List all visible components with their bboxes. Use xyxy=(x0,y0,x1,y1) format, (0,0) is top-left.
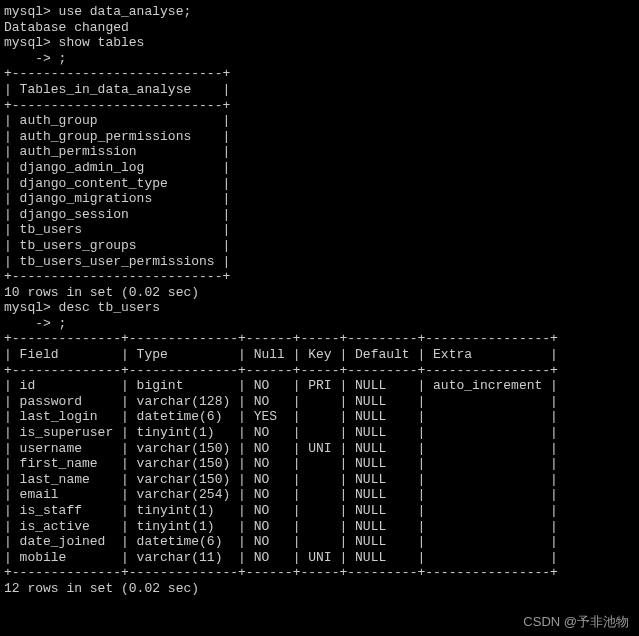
tables-border: +---------------------------+ xyxy=(4,98,635,114)
cmd-show-tables: mysql> show tables xyxy=(4,35,635,51)
desc-row: | username | varchar(150) | NO | UNI | N… xyxy=(4,441,635,457)
tables-header: | Tables_in_data_analyse | xyxy=(4,82,635,98)
desc-header: | Field | Type | Null | Key | Default | … xyxy=(4,347,635,363)
desc-row: | is_staff | tinyint(1) | NO | | NULL | … xyxy=(4,503,635,519)
tables-row: | auth_group | xyxy=(4,113,635,129)
desc-row: | is_active | tinyint(1) | NO | | NULL |… xyxy=(4,519,635,535)
cmd-desc: mysql> desc tb_users xyxy=(4,300,635,316)
mysql-terminal[interactable]: mysql> use data_analyse;Database changed… xyxy=(4,4,635,597)
tables-row: | django_migrations | xyxy=(4,191,635,207)
tables-row: | auth_group_permissions | xyxy=(4,129,635,145)
desc-row: | last_name | varchar(150) | NO | | NULL… xyxy=(4,472,635,488)
tables-row: | django_admin_log | xyxy=(4,160,635,176)
desc-row: | is_superuser | tinyint(1) | NO | | NUL… xyxy=(4,425,635,441)
tables-border: +---------------------------+ xyxy=(4,66,635,82)
tables-border: +---------------------------+ xyxy=(4,269,635,285)
desc-border: +--------------+--------------+------+--… xyxy=(4,565,635,581)
tables-row: | django_session | xyxy=(4,207,635,223)
tables-row: | auth_permission | xyxy=(4,144,635,160)
tables-row: | tb_users_user_permissions | xyxy=(4,254,635,270)
desc-summary: 12 rows in set (0.02 sec) xyxy=(4,581,635,597)
desc-row: | date_joined | datetime(6) | NO | | NUL… xyxy=(4,534,635,550)
cmd-use: mysql> use data_analyse; xyxy=(4,4,635,20)
desc-row: | id | bigint | NO | PRI | NULL | auto_i… xyxy=(4,378,635,394)
watermark: CSDN @予非池物 xyxy=(523,614,629,630)
tables-summary: 10 rows in set (0.02 sec) xyxy=(4,285,635,301)
cmd-continuation: -> ; xyxy=(4,51,635,67)
desc-row: | password | varchar(128) | NO | | NULL … xyxy=(4,394,635,410)
tables-row: | django_content_type | xyxy=(4,176,635,192)
desc-row: | email | varchar(254) | NO | | NULL | | xyxy=(4,487,635,503)
tables-row: | tb_users_groups | xyxy=(4,238,635,254)
desc-row: | mobile | varchar(11) | NO | UNI | NULL… xyxy=(4,550,635,566)
response-use: Database changed xyxy=(4,20,635,36)
desc-border: +--------------+--------------+------+--… xyxy=(4,363,635,379)
cmd-continuation: -> ; xyxy=(4,316,635,332)
desc-row: | last_login | datetime(6) | YES | | NUL… xyxy=(4,409,635,425)
tables-row: | tb_users | xyxy=(4,222,635,238)
desc-row: | first_name | varchar(150) | NO | | NUL… xyxy=(4,456,635,472)
desc-border: +--------------+--------------+------+--… xyxy=(4,331,635,347)
